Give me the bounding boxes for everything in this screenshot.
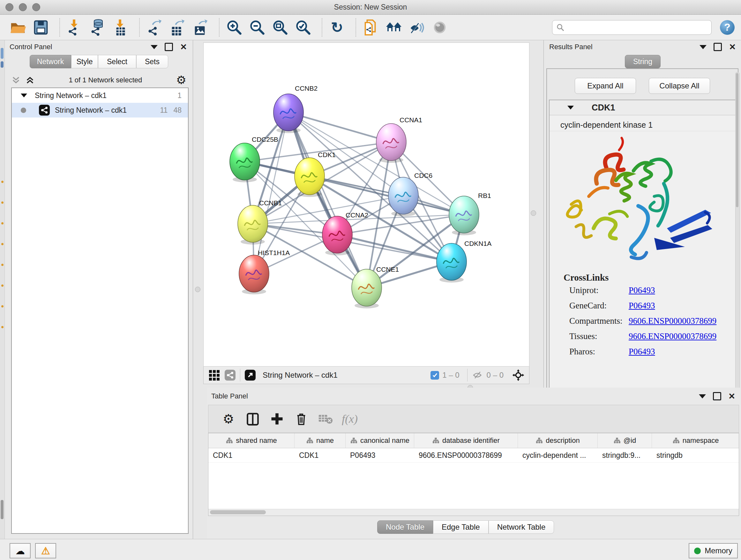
- string-network-badge-icon[interactable]: [225, 370, 235, 381]
- column-header[interactable]: description: [518, 433, 598, 448]
- network-row[interactable]: String Network – cdk1 11 48: [12, 103, 188, 118]
- table-cell[interactable]: stringdb: [652, 448, 739, 462]
- export-network-button[interactable]: [145, 17, 164, 37]
- tab-sets[interactable]: Sets: [136, 55, 168, 68]
- panel-menu-icon[interactable]: [699, 394, 706, 398]
- toolbar-separator: [355, 18, 356, 37]
- table-cell[interactable]: stringdb:9...: [598, 448, 652, 462]
- table-cell[interactable]: CDK1: [208, 448, 294, 462]
- crosslink-link[interactable]: 9606.ENSP00000378699: [629, 331, 717, 341]
- table-cell[interactable]: CDK1: [294, 448, 346, 462]
- table-options-gear-icon[interactable]: ⚙: [219, 409, 239, 429]
- grid-view-icon[interactable]: [208, 369, 220, 381]
- crosslink-link[interactable]: P06493: [629, 301, 655, 311]
- import-table-file-button[interactable]: [111, 17, 130, 37]
- zoom-in-button[interactable]: [225, 17, 244, 37]
- zoom-selected-button[interactable]: [293, 17, 313, 37]
- column-header-label: @id: [623, 436, 636, 445]
- delete-column-trash-icon[interactable]: [291, 409, 311, 429]
- tab-network[interactable]: Network: [30, 55, 71, 68]
- cloud-status-button[interactable]: ☁: [10, 543, 30, 558]
- column-header[interactable]: canonical name: [346, 433, 414, 448]
- function-builder-icon[interactable]: f(x): [340, 409, 360, 429]
- column-type-icon: [536, 437, 542, 444]
- open-in-window-icon[interactable]: [245, 370, 256, 381]
- toolbar-separator: [59, 18, 60, 37]
- network-options-gear-icon[interactable]: ⚙: [176, 74, 186, 86]
- memory-status-dot-icon: [694, 548, 701, 554]
- export-table-button[interactable]: [168, 17, 187, 37]
- open-session-button[interactable]: [8, 17, 27, 37]
- section-collapse-icon[interactable]: [567, 106, 574, 110]
- search-input[interactable]: [564, 23, 700, 32]
- export-image-button[interactable]: [191, 17, 210, 37]
- save-session-button[interactable]: [31, 17, 51, 37]
- close-panel-icon[interactable]: ✕: [729, 43, 736, 51]
- column-header[interactable]: namespace: [652, 433, 739, 448]
- warning-icon: ⚠: [41, 545, 50, 557]
- network-edge[interactable]: [288, 112, 367, 288]
- crosslink-row: Tissues:9606.ENSP00000378699: [563, 331, 735, 341]
- network-collection-row[interactable]: String Network – cdk1 1: [12, 88, 188, 103]
- crosslink-link[interactable]: P06493: [629, 347, 655, 357]
- tab-node-table[interactable]: Node Table: [377, 520, 433, 534]
- show-columns-icon[interactable]: [243, 409, 263, 429]
- help-button[interactable]: ?: [720, 20, 735, 35]
- zoom-fit-button[interactable]: [271, 17, 290, 37]
- delete-table-icon[interactable]: [316, 409, 335, 429]
- reset-zoom-home-button[interactable]: [384, 17, 403, 37]
- table-cell[interactable]: cyclin-dependent ...: [518, 448, 598, 462]
- column-header[interactable]: database identifier: [414, 433, 518, 448]
- float-panel-icon[interactable]: [165, 43, 173, 51]
- float-panel-icon[interactable]: [713, 392, 721, 400]
- birdseye-view-button[interactable]: [430, 17, 449, 37]
- right-splitter-handle[interactable]: [531, 210, 536, 216]
- expand-all-chevron-icon[interactable]: [11, 75, 21, 85]
- selected-checkbox-icon[interactable]: [430, 371, 439, 380]
- tab-network-table[interactable]: Network Table: [488, 520, 554, 534]
- expand-all-button[interactable]: Expand All: [575, 78, 636, 94]
- left-splitter-handle[interactable]: [195, 287, 200, 292]
- panel-menu-icon[interactable]: [699, 45, 706, 49]
- network-edge-count: 48: [173, 106, 182, 115]
- create-column-plus-icon[interactable]: [267, 409, 287, 429]
- table-cell[interactable]: 9606.ENSP00000378699: [414, 448, 518, 462]
- memory-button[interactable]: Memory: [689, 543, 738, 558]
- collapse-all-chevron-icon[interactable]: [25, 75, 35, 85]
- pan-crosshair-icon[interactable]: [512, 369, 525, 381]
- tab-edge-table[interactable]: Edge Table: [433, 520, 488, 534]
- network-canvas[interactable]: CCNB2CCNA1CDC25BCDK1CDC6RB1CCNB1CCNA2CDK…: [203, 43, 529, 367]
- tab-style[interactable]: Style: [71, 55, 98, 68]
- table-cell[interactable]: P06493: [346, 448, 414, 462]
- tab-select[interactable]: Select: [98, 55, 136, 68]
- crosslink-link[interactable]: P06493: [629, 286, 655, 295]
- clone-network-button[interactable]: [361, 17, 381, 37]
- column-header[interactable]: @id: [598, 433, 652, 448]
- network-view-toolbar: String Network – cdk1 1 – 0 0 – 0: [203, 367, 529, 384]
- import-network-file-button[interactable]: [65, 17, 84, 37]
- export-image-icon: [192, 19, 209, 36]
- table-horizontal-scrollbar[interactable]: [208, 509, 739, 516]
- show-hide-graphics-details-button[interactable]: [407, 17, 426, 37]
- toolbar-search-field[interactable]: [552, 20, 712, 35]
- selected-node-edge-count: 1 – 0: [442, 371, 459, 380]
- network-node-label: CCNA1: [400, 116, 422, 124]
- close-panel-icon[interactable]: ✕: [728, 392, 735, 400]
- status-bar: ☁ ⚠ Memory: [0, 539, 741, 560]
- import-network-database-button[interactable]: [88, 17, 107, 37]
- column-header[interactable]: name: [294, 433, 346, 448]
- column-header[interactable]: shared name: [208, 433, 294, 448]
- tab-string[interactable]: String: [625, 55, 661, 68]
- zoom-out-button[interactable]: [248, 17, 267, 37]
- collection-collapse-icon[interactable]: [21, 94, 27, 98]
- crosslink-link[interactable]: 9606.ENSP00000378699: [629, 316, 717, 326]
- update-view-button[interactable]: ↻: [327, 17, 347, 37]
- table-row[interactable]: CDK1CDK1P064939606.ENSP00000378699cyclin…: [208, 448, 739, 462]
- memory-label: Memory: [704, 546, 732, 555]
- close-panel-icon[interactable]: ✕: [180, 43, 187, 51]
- float-panel-icon[interactable]: [714, 43, 722, 51]
- collapse-all-button[interactable]: Collapse All: [649, 78, 710, 94]
- hidden-eye-slash-icon[interactable]: [472, 370, 483, 380]
- panel-menu-icon[interactable]: [151, 45, 158, 49]
- warnings-button[interactable]: ⚠: [35, 543, 56, 558]
